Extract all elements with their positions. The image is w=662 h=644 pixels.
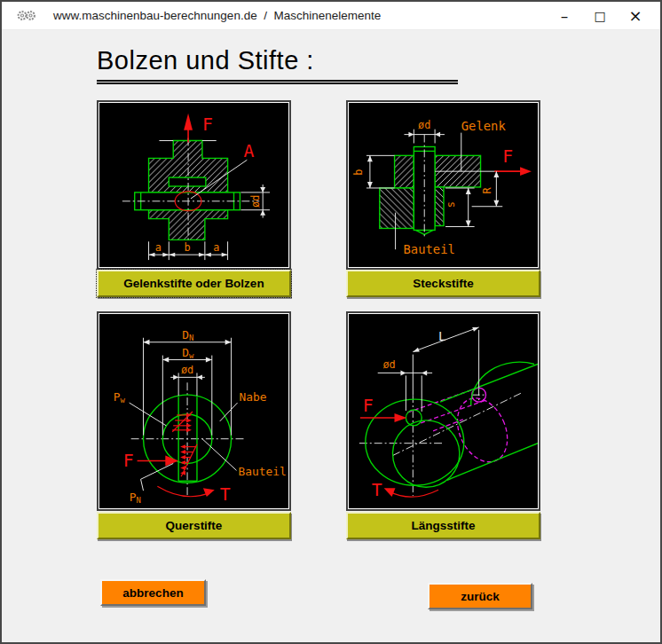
- diameter-dimension: [378, 370, 432, 412]
- label-dim-b: b: [185, 241, 191, 254]
- pressure-arrows-upper: [172, 412, 193, 432]
- force-arrow: [138, 456, 179, 467]
- label-depth: s: [445, 201, 457, 208]
- pn-leader: [141, 463, 174, 491]
- label-gelenk: Gelenk: [461, 119, 507, 133]
- quer-centerlines: [131, 382, 244, 496]
- force-arrow: [184, 114, 193, 143]
- label-bauteil: Bauteil: [403, 242, 454, 256]
- laengsstifte-drawing: L ød F T: [349, 314, 538, 508]
- querstifte-drawing: DN Dw ød Pw Nabe Bauteil: [99, 314, 288, 508]
- laengs-centerlines: [359, 388, 523, 496]
- pressure-arrows-lower: [180, 444, 197, 477]
- torque-arrow: [157, 486, 214, 497]
- label-dn: DN: [182, 328, 193, 342]
- label-radius: R: [481, 187, 493, 194]
- page-title: Bolzen und Stifte :: [97, 46, 458, 84]
- label-diameter: ød: [382, 358, 395, 371]
- steckstifte-button[interactable]: Steckstifte: [346, 270, 540, 297]
- steckstifte-drawing: ød Gelenk F R s: [349, 103, 538, 267]
- close-button[interactable]: ×: [618, 4, 653, 28]
- gelenkstifte-button[interactable]: Gelenkstifte oder Bolzen: [97, 270, 291, 297]
- label-diameter: ød: [249, 195, 262, 208]
- label-length-l: L: [438, 329, 445, 343]
- label-torque-t: T: [220, 484, 231, 505]
- minimize-button[interactable]: –: [547, 4, 582, 28]
- label-torque-t: T: [372, 480, 382, 500]
- cancel-button[interactable]: abbrechen: [100, 579, 206, 606]
- app-window: www.maschinenbau-berechnungen.de / Masch…: [0, 0, 662, 644]
- steckstifte-diagram: ød Gelenk F R s: [346, 100, 540, 270]
- label-dw: Dw: [182, 346, 194, 360]
- label-nabe: Nabe: [240, 390, 267, 404]
- gelenk-shapes: [135, 141, 240, 240]
- back-button[interactable]: zurück: [428, 583, 532, 609]
- window-title: www.maschinenbau-berechnungen.de / Masch…: [53, 9, 381, 22]
- pw-leader: [130, 403, 167, 426]
- b-dimension: [366, 155, 395, 188]
- label-diameter: ød: [181, 364, 193, 376]
- maximize-button[interactable]: □: [582, 4, 618, 28]
- gelenkstifte-diagram: F A ød: [97, 100, 291, 270]
- laengs-shapes: [366, 362, 538, 487]
- label-dim-a-left: a: [155, 241, 162, 254]
- label-section-a: A: [243, 141, 254, 161]
- label-force-f: F: [202, 114, 213, 135]
- laengsstifte-button[interactable]: Längsstifte: [346, 512, 540, 539]
- label-bauteil: Bauteil: [239, 465, 287, 478]
- window-controls: – □ ×: [547, 4, 660, 28]
- label-pn: PN: [130, 491, 141, 505]
- label-force-f: F: [502, 146, 513, 167]
- length-dimension: [413, 327, 478, 395]
- gelenkstifte-drawing: F A ød: [99, 103, 288, 267]
- titlebar: www.maschinenbau-berechnungen.de / Masch…: [2, 2, 660, 30]
- steck-shapes: [380, 146, 481, 234]
- label-dim-a-right: a: [213, 241, 219, 254]
- label-force-f: F: [363, 396, 374, 416]
- querstifte-button[interactable]: Querstifte: [97, 512, 291, 539]
- label-pw: Pw: [114, 390, 126, 404]
- torque-arrow: [384, 488, 438, 497]
- label-force-f: F: [123, 451, 134, 471]
- gears-icon: [17, 9, 36, 22]
- label-diameter: ød: [418, 119, 430, 131]
- querstifte-diagram: DN Dw ød Pw Nabe Bauteil: [97, 311, 291, 511]
- laengsstifte-diagram: L ød F T: [346, 311, 540, 511]
- label-width-b: b: [352, 169, 365, 176]
